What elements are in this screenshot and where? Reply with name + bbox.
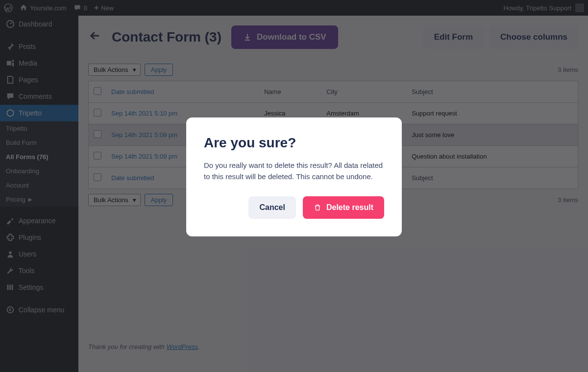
trash-icon — [314, 203, 321, 212]
confirm-delete-modal: Are you sure? Do you really want to dele… — [186, 117, 402, 236]
delete-result-button[interactable]: Delete result — [303, 196, 384, 219]
modal-body: Do you really want to delete this result… — [204, 160, 384, 183]
cancel-button[interactable]: Cancel — [248, 196, 295, 219]
modal-title: Are you sure? — [204, 135, 384, 151]
